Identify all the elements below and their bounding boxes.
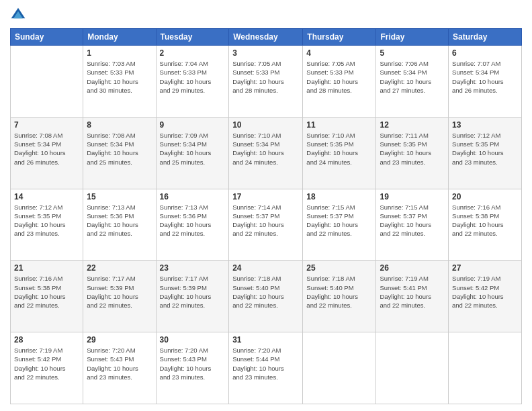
day-number: 30	[160, 335, 226, 345]
header-cell-saturday: Saturday	[449, 29, 522, 46]
day-info: Sunrise: 7:08 AM Sunset: 5:34 PM Dayligh…	[87, 131, 152, 167]
day-info: Sunrise: 7:19 AM Sunset: 5:42 PM Dayligh…	[14, 346, 79, 381]
calendar-cell: 5Sunrise: 7:06 AM Sunset: 5:34 PM Daylig…	[376, 46, 449, 118]
calendar-cell	[303, 332, 376, 404]
calendar-cell: 15Sunrise: 7:13 AM Sunset: 5:36 PM Dayli…	[83, 189, 156, 261]
calendar-cell: 1Sunrise: 7:03 AM Sunset: 5:33 PM Daylig…	[83, 46, 156, 118]
calendar-cell: 12Sunrise: 7:11 AM Sunset: 5:35 PM Dayli…	[376, 117, 449, 189]
day-number: 21	[14, 263, 79, 273]
day-number: 25	[306, 263, 372, 273]
day-number: 17	[232, 192, 299, 201]
calendar-cell: 7Sunrise: 7:08 AM Sunset: 5:34 PM Daylig…	[11, 117, 83, 189]
calendar-week-3: 14Sunrise: 7:12 AM Sunset: 5:35 PM Dayli…	[11, 189, 522, 261]
header-cell-tuesday: Tuesday	[156, 29, 229, 46]
day-number: 11	[306, 120, 372, 130]
calendar-cell: 13Sunrise: 7:12 AM Sunset: 5:35 PM Dayli…	[449, 117, 522, 189]
header-cell-monday: Monday	[83, 29, 156, 46]
day-number: 27	[452, 263, 518, 273]
day-info: Sunrise: 7:08 AM Sunset: 5:34 PM Dayligh…	[14, 131, 79, 167]
day-info: Sunrise: 7:06 AM Sunset: 5:34 PM Dayligh…	[380, 59, 445, 95]
day-number: 7	[14, 120, 79, 130]
calendar-cell: 8Sunrise: 7:08 AM Sunset: 5:34 PM Daylig…	[83, 117, 156, 189]
day-info: Sunrise: 7:09 AM Sunset: 5:34 PM Dayligh…	[160, 131, 226, 167]
day-info: Sunrise: 7:13 AM Sunset: 5:36 PM Dayligh…	[87, 203, 152, 238]
calendar-cell: 27Sunrise: 7:19 AM Sunset: 5:42 PM Dayli…	[449, 261, 522, 332]
day-number: 1	[87, 48, 152, 58]
day-number: 16	[160, 192, 226, 201]
day-info: Sunrise: 7:11 AM Sunset: 5:35 PM Dayligh…	[380, 131, 445, 167]
day-info: Sunrise: 7:03 AM Sunset: 5:33 PM Dayligh…	[87, 59, 152, 95]
day-info: Sunrise: 7:15 AM Sunset: 5:37 PM Dayligh…	[380, 203, 445, 238]
day-number: 20	[452, 192, 518, 201]
day-info: Sunrise: 7:20 AM Sunset: 5:43 PM Dayligh…	[87, 346, 152, 381]
day-number: 31	[232, 335, 299, 345]
calendar-cell: 18Sunrise: 7:15 AM Sunset: 5:37 PM Dayli…	[303, 189, 376, 261]
calendar-cell	[449, 332, 522, 404]
calendar-cell: 28Sunrise: 7:19 AM Sunset: 5:42 PM Dayli…	[11, 332, 83, 404]
day-info: Sunrise: 7:10 AM Sunset: 5:34 PM Dayligh…	[232, 131, 299, 167]
day-info: Sunrise: 7:14 AM Sunset: 5:37 PM Dayligh…	[232, 203, 299, 238]
calendar-cell: 31Sunrise: 7:20 AM Sunset: 5:44 PM Dayli…	[229, 332, 303, 404]
day-number: 14	[14, 192, 79, 201]
day-info: Sunrise: 7:20 AM Sunset: 5:43 PM Dayligh…	[160, 346, 226, 381]
calendar-cell: 4Sunrise: 7:05 AM Sunset: 5:33 PM Daylig…	[303, 46, 376, 118]
calendar-cell: 25Sunrise: 7:18 AM Sunset: 5:40 PM Dayli…	[303, 261, 376, 332]
day-info: Sunrise: 7:15 AM Sunset: 5:37 PM Dayligh…	[306, 203, 372, 238]
day-number: 28	[14, 335, 79, 345]
calendar-week-5: 28Sunrise: 7:19 AM Sunset: 5:42 PM Dayli…	[11, 332, 522, 404]
calendar-cell: 22Sunrise: 7:17 AM Sunset: 5:39 PM Dayli…	[83, 261, 156, 332]
day-number: 24	[232, 263, 299, 273]
calendar-cell: 9Sunrise: 7:09 AM Sunset: 5:34 PM Daylig…	[156, 117, 229, 189]
day-number: 2	[160, 48, 226, 58]
day-number: 22	[87, 263, 152, 273]
calendar-cell: 21Sunrise: 7:16 AM Sunset: 5:38 PM Dayli…	[11, 261, 83, 332]
header-row: SundayMondayTuesdayWednesdayThursdayFrid…	[11, 29, 522, 46]
day-info: Sunrise: 7:16 AM Sunset: 5:38 PM Dayligh…	[452, 203, 518, 238]
calendar-week-2: 7Sunrise: 7:08 AM Sunset: 5:34 PM Daylig…	[11, 117, 522, 189]
day-info: Sunrise: 7:20 AM Sunset: 5:44 PM Dayligh…	[232, 346, 299, 381]
calendar-cell: 29Sunrise: 7:20 AM Sunset: 5:43 PM Dayli…	[83, 332, 156, 404]
day-info: Sunrise: 7:07 AM Sunset: 5:34 PM Dayligh…	[452, 59, 518, 95]
day-info: Sunrise: 7:13 AM Sunset: 5:36 PM Dayligh…	[160, 203, 226, 238]
calendar-cell: 17Sunrise: 7:14 AM Sunset: 5:37 PM Dayli…	[229, 189, 303, 261]
day-number: 9	[160, 120, 226, 130]
calendar-cell: 19Sunrise: 7:15 AM Sunset: 5:37 PM Dayli…	[376, 189, 449, 261]
day-number: 18	[306, 192, 372, 201]
day-info: Sunrise: 7:16 AM Sunset: 5:38 PM Dayligh…	[14, 274, 79, 310]
day-info: Sunrise: 7:10 AM Sunset: 5:35 PM Dayligh…	[306, 131, 372, 167]
day-info: Sunrise: 7:05 AM Sunset: 5:33 PM Dayligh…	[306, 59, 372, 95]
calendar-cell: 10Sunrise: 7:10 AM Sunset: 5:34 PM Dayli…	[229, 117, 303, 189]
day-info: Sunrise: 7:17 AM Sunset: 5:39 PM Dayligh…	[87, 274, 152, 310]
calendar-cell: 16Sunrise: 7:13 AM Sunset: 5:36 PM Dayli…	[156, 189, 229, 261]
calendar-cell: 20Sunrise: 7:16 AM Sunset: 5:38 PM Dayli…	[449, 189, 522, 261]
day-number: 19	[380, 192, 445, 201]
day-info: Sunrise: 7:12 AM Sunset: 5:35 PM Dayligh…	[14, 203, 79, 238]
day-number: 12	[380, 120, 445, 130]
calendar-cell: 30Sunrise: 7:20 AM Sunset: 5:43 PM Dayli…	[156, 332, 229, 404]
day-number: 15	[87, 192, 152, 201]
calendar-week-4: 21Sunrise: 7:16 AM Sunset: 5:38 PM Dayli…	[11, 261, 522, 332]
calendar-cell: 2Sunrise: 7:04 AM Sunset: 5:33 PM Daylig…	[156, 46, 229, 118]
day-number: 6	[452, 48, 518, 58]
day-number: 26	[380, 263, 445, 273]
calendar: SundayMondayTuesdayWednesdayThursdayFrid…	[10, 28, 522, 404]
header-cell-wednesday: Wednesday	[229, 29, 303, 46]
day-info: Sunrise: 7:12 AM Sunset: 5:35 PM Dayligh…	[452, 131, 518, 167]
calendar-week-1: 1Sunrise: 7:03 AM Sunset: 5:33 PM Daylig…	[11, 46, 522, 118]
day-info: Sunrise: 7:19 AM Sunset: 5:42 PM Dayligh…	[452, 274, 518, 310]
calendar-cell	[11, 46, 83, 118]
day-number: 4	[306, 48, 372, 58]
day-info: Sunrise: 7:04 AM Sunset: 5:33 PM Dayligh…	[160, 59, 226, 95]
day-info: Sunrise: 7:17 AM Sunset: 5:39 PM Dayligh…	[160, 274, 226, 310]
calendar-header: SundayMondayTuesdayWednesdayThursdayFrid…	[11, 29, 522, 46]
calendar-cell: 6Sunrise: 7:07 AM Sunset: 5:34 PM Daylig…	[449, 46, 522, 118]
header-cell-thursday: Thursday	[303, 29, 376, 46]
day-number: 5	[380, 48, 445, 58]
day-info: Sunrise: 7:19 AM Sunset: 5:41 PM Dayligh…	[380, 274, 445, 310]
calendar-cell: 23Sunrise: 7:17 AM Sunset: 5:39 PM Dayli…	[156, 261, 229, 332]
day-number: 13	[452, 120, 518, 130]
day-number: 29	[87, 335, 152, 345]
calendar-cell: 3Sunrise: 7:05 AM Sunset: 5:33 PM Daylig…	[229, 46, 303, 118]
logo	[10, 7, 29, 23]
calendar-cell: 11Sunrise: 7:10 AM Sunset: 5:35 PM Dayli…	[303, 117, 376, 189]
